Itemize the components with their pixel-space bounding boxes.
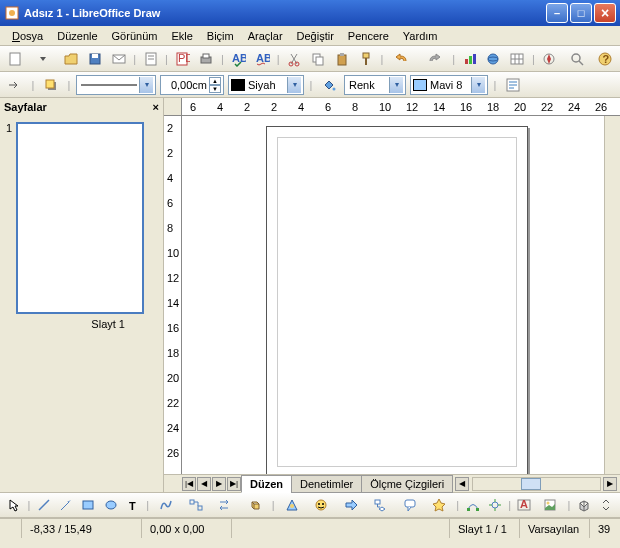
separator: [30, 74, 36, 96]
tab-nav-last[interactable]: ▶|: [227, 477, 241, 491]
window-title: Adsız 1 - LibreOffice Draw: [24, 7, 544, 19]
vertical-ruler[interactable]: 2246810121416182022242628: [164, 116, 182, 474]
menu-view[interactable]: Görünüm: [106, 28, 164, 44]
callouts-tool[interactable]: [396, 494, 424, 516]
rectangle-tool[interactable]: [78, 494, 98, 516]
workspace: 6422468101214161820222426 22468101214161…: [164, 98, 620, 492]
print-button[interactable]: [195, 48, 217, 70]
redo-button[interactable]: [419, 48, 449, 70]
panel-close-button[interactable]: ×: [153, 101, 159, 113]
undo-button[interactable]: [387, 48, 417, 70]
status-slide[interactable]: Slayt 1 / 1: [450, 519, 520, 538]
menu-tools[interactable]: Araçlar: [242, 28, 289, 44]
cut-button[interactable]: [283, 48, 305, 70]
new-dropdown[interactable]: [28, 48, 58, 70]
svg-rect-20: [465, 59, 468, 64]
tab-nav-prev[interactable]: ◀: [197, 477, 211, 491]
lines-arrows-tool[interactable]: [211, 494, 239, 516]
glue-points-tool[interactable]: [485, 494, 505, 516]
line-arrow-tool[interactable]: [56, 494, 76, 516]
hyperlink-button[interactable]: [482, 48, 504, 70]
thumb-label: Slayt 1: [18, 318, 145, 330]
page-margin: [277, 137, 517, 467]
line-color-combo[interactable]: Siyah ▾: [228, 75, 304, 95]
status-zoom[interactable]: 39: [590, 519, 620, 538]
menu-help[interactable]: Yardım: [397, 28, 444, 44]
chart-button[interactable]: [459, 48, 481, 70]
fill-type-combo[interactable]: Renk ▾: [344, 75, 406, 95]
block-arrows-tool[interactable]: [337, 494, 365, 516]
export-pdf-button[interactable]: PDF: [171, 48, 193, 70]
tab-nav-next[interactable]: ▶: [212, 477, 226, 491]
edit-file-button[interactable]: [140, 48, 162, 70]
status-layout[interactable]: Varsayılan: [520, 519, 590, 538]
maximize-button[interactable]: □: [570, 3, 592, 23]
menu-window[interactable]: Pencere: [342, 28, 395, 44]
fill-color-combo[interactable]: Mavi 8 ▾: [410, 75, 488, 95]
dropdown-icon: ▾: [287, 77, 301, 93]
page[interactable]: [266, 126, 528, 474]
flowchart-tool[interactable]: [366, 494, 394, 516]
svg-point-27: [572, 54, 580, 62]
slide-thumbnail[interactable]: [16, 122, 144, 314]
select-tool[interactable]: [4, 494, 24, 516]
paste-button[interactable]: [331, 48, 353, 70]
line-width-combo[interactable]: 0,00cm ▲ ▼: [160, 75, 224, 95]
help-button[interactable]: ?: [594, 48, 616, 70]
zoom-button[interactable]: [562, 48, 592, 70]
copy-button[interactable]: [307, 48, 329, 70]
slides-panel: Sayfalar × 1 Slayt 1: [0, 98, 164, 492]
status-size: 0,00 x 0,00: [142, 519, 232, 538]
menu-file[interactable]: Dosya: [6, 28, 49, 44]
symbol-shapes-tool[interactable]: [307, 494, 335, 516]
thumb-number: 1: [6, 122, 12, 314]
menu-insert[interactable]: Ekle: [165, 28, 198, 44]
points-edit-tool[interactable]: [462, 494, 482, 516]
table-button[interactable]: [506, 48, 528, 70]
vertical-scrollbar[interactable]: [604, 116, 620, 474]
svg-line-36: [61, 502, 69, 510]
stars-tool[interactable]: [425, 494, 453, 516]
line-tool[interactable]: [34, 494, 54, 516]
scroll-thumb[interactable]: [521, 478, 541, 490]
shadow-button[interactable]: [40, 74, 62, 96]
minimize-button[interactable]: –: [546, 3, 568, 23]
scroll-left-button[interactable]: ◀: [455, 477, 469, 491]
line-style-combo[interactable]: ▾: [76, 75, 156, 95]
extrusion-toggle[interactable]: [574, 494, 594, 516]
menu-format[interactable]: Biçim: [201, 28, 240, 44]
format-paintbrush-button[interactable]: [355, 48, 377, 70]
3d-objects-tool[interactable]: [241, 494, 269, 516]
curve-tool[interactable]: [152, 494, 180, 516]
email-button[interactable]: [108, 48, 130, 70]
scroll-right-button[interactable]: ▶: [603, 477, 617, 491]
open-button[interactable]: [60, 48, 82, 70]
tab-controls[interactable]: Denetimler: [291, 475, 362, 493]
text-tool[interactable]: T: [123, 494, 143, 516]
menu-modify[interactable]: Değiştir: [291, 28, 340, 44]
spellcheck-button[interactable]: ABC: [227, 48, 249, 70]
toolbar-overflow[interactable]: [596, 494, 616, 516]
horizontal-scrollbar[interactable]: ◀ ▶: [453, 477, 620, 491]
autospell-button[interactable]: ABC: [251, 48, 273, 70]
connector-tool[interactable]: [182, 494, 210, 516]
separator: [66, 74, 72, 96]
basic-shapes-tool[interactable]: [278, 494, 306, 516]
tab-dimensions[interactable]: Ölçme Çizgileri: [361, 475, 453, 493]
ellipse-tool[interactable]: [100, 494, 120, 516]
new-button[interactable]: [4, 48, 26, 70]
from-file-tool[interactable]: [537, 494, 565, 516]
fontwork-tool[interactable]: A: [514, 494, 534, 516]
menu-edit[interactable]: Düzenle: [51, 28, 103, 44]
bucket-fill-button[interactable]: [318, 74, 340, 96]
close-button[interactable]: ×: [594, 3, 616, 23]
styles-button[interactable]: [502, 74, 524, 96]
horizontal-ruler[interactable]: 6422468101214161820222426: [164, 98, 620, 116]
canvas[interactable]: [182, 116, 604, 474]
arrow-end-dropdown[interactable]: [4, 74, 26, 96]
navigator-button[interactable]: [538, 48, 560, 70]
tab-nav-first[interactable]: |◀: [182, 477, 196, 491]
dropdown-icon: ▾: [471, 77, 485, 93]
tab-layout[interactable]: Düzen: [241, 475, 292, 493]
save-button[interactable]: [84, 48, 106, 70]
